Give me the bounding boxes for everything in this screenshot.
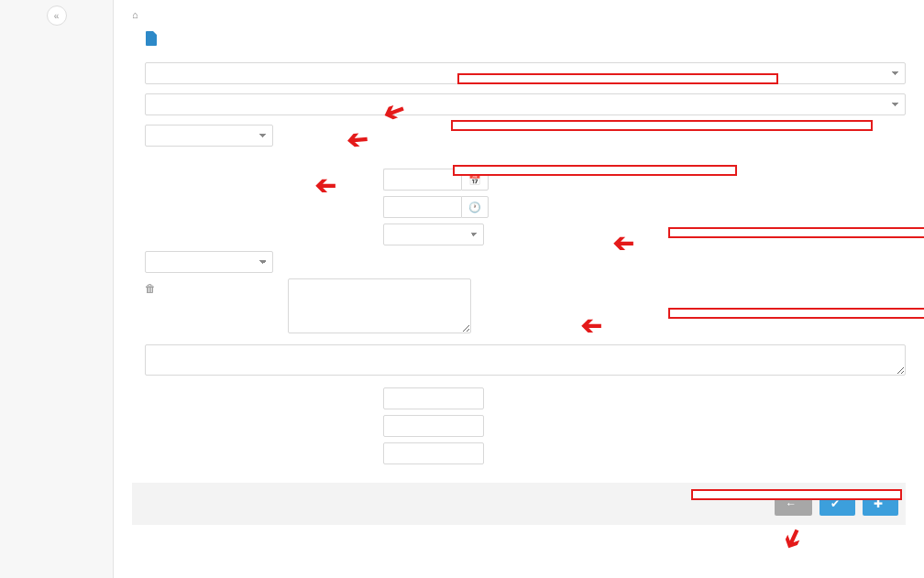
lager-select[interactable] (145, 125, 273, 147)
file-icon (145, 31, 158, 49)
annotation-kreis (451, 120, 873, 131)
umsatz-input[interactable] (383, 442, 484, 464)
clock-icon[interactable]: 🕐 (461, 196, 489, 218)
erstellzeit-input[interactable]: 🕐 (383, 196, 489, 218)
kreis-select[interactable] (145, 93, 906, 115)
annotation-zahlung (668, 308, 924, 319)
annotation-lager (453, 165, 737, 176)
sidebar: « (0, 0, 114, 578)
skonto-textarea[interactable] (288, 278, 471, 333)
main-content: ⌂ (114, 0, 924, 578)
annotation-datum (668, 227, 924, 238)
zahlungstyp-select[interactable] (383, 224, 484, 245)
auftragsnummer-input[interactable] (383, 415, 484, 437)
annotation-speichern (691, 489, 902, 500)
page-title (145, 31, 906, 49)
skonto-label (167, 278, 277, 282)
arrow-icon: ➔ (776, 523, 812, 555)
skonto-select[interactable] (145, 251, 273, 273)
home-icon: ⌂ (132, 9, 138, 20)
kurztext-input[interactable] (383, 387, 484, 409)
trash-icon[interactable]: 🗑 (145, 278, 156, 295)
sidebar-collapse-button[interactable]: « (47, 5, 67, 26)
breadcrumb: ⌂ (132, 9, 906, 20)
annotation-typ (457, 73, 778, 84)
langtext-textarea[interactable] (145, 344, 906, 376)
